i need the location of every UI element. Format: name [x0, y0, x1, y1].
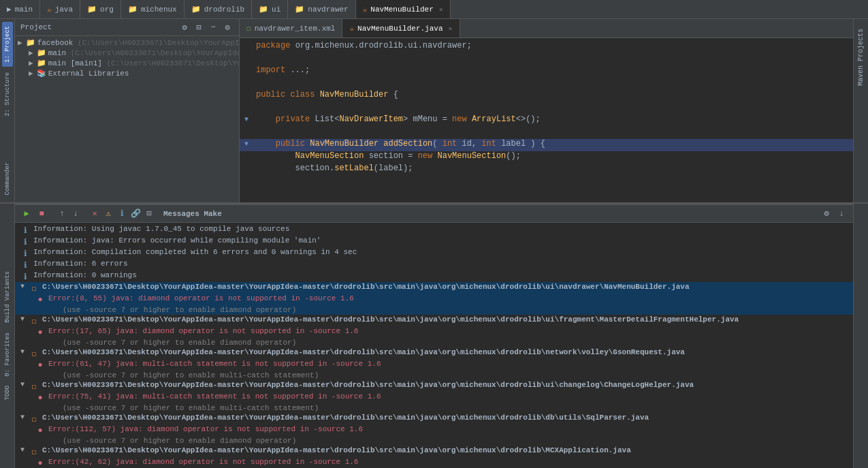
expand-file-icon-changelog[interactable]: ▼	[20, 381, 25, 388]
line-content-11: section.setLabel(label);	[253, 163, 413, 173]
run-icon: ▶	[7, 5, 12, 14]
msg-text-2: Information: java: Errors occurred while…	[33, 236, 848, 245]
tree-item-extlibs[interactable]: ▶ 📚 External Libraries	[15, 68, 239, 78]
msg-hint-gson-1[interactable]: (use -source 7 or higher to enable multi…	[15, 371, 853, 380]
msg-error-sql-1[interactable]: ● Error:(112, 57) java: diamond operator…	[15, 424, 853, 436]
tab-michenux[interactable]: 📁 michenux	[121, 0, 184, 18]
expand-file-icon[interactable]: ▼	[20, 283, 25, 290]
folder-icon4: 📁	[259, 5, 268, 14]
msg-error-mcx-text-1: Error:(42, 62) java: diamond operator is…	[48, 458, 848, 466]
close-editor-tab-icon[interactable]: ✕	[449, 25, 453, 33]
msg-file-changelog[interactable]: ▼ ◻ C:\Users\H00233671\Desktop\YourAppId…	[15, 380, 853, 392]
msg-hint-changelog-1[interactable]: (use -source 7 or higher to enable multi…	[15, 403, 853, 413]
gutter-9: ▼	[240, 140, 253, 148]
project-tree: ▶ 📁 facebook (C:\Users\H00233671\Desktop…	[15, 36, 239, 202]
line-content-9: public NavMenuBuilder addSection( int id…	[253, 139, 545, 149]
vtab-project[interactable]: 1: Project	[2, 22, 13, 67]
vtab-build-variants[interactable]: Build Variants	[2, 267, 13, 327]
settings-panel-btn[interactable]: ⚙	[820, 208, 833, 220]
filter5-btn[interactable]: ⊡	[143, 208, 155, 220]
file-icon-java-1: ◻	[29, 283, 39, 293]
code-line-7: ▼ private List<NavDrawerItem> mMenu = ne…	[240, 114, 853, 127]
line-content-3: import ...;	[253, 65, 310, 75]
bottom-left-vtabs: Build Variants 0: Favorites TODO	[0, 204, 15, 468]
messages-content[interactable]: ℹ Information: Using javac 1.7.0_45 to c…	[15, 223, 853, 468]
settings-btn[interactable]: ⊡	[193, 21, 205, 33]
gear-btn[interactable]: ⚙	[221, 21, 234, 33]
filter4-btn[interactable]: 🔗	[129, 208, 142, 220]
tab-main[interactable]: ▶ main	[0, 0, 40, 18]
msg-info-2[interactable]: ℹ Information: java: Errors occurred whi…	[15, 236, 853, 247]
tree-item-main1[interactable]: ▶ 📁 main [main1] (C:\Users\H00233671\Des…	[15, 58, 239, 68]
tree-item-main[interactable]: ▶ 📁 main (C:\Users\H00233671\Desktop\You…	[15, 48, 239, 58]
filter3-btn[interactable]: ℹ	[116, 208, 128, 220]
right-panel-bottom	[853, 204, 868, 468]
expand-icon[interactable]: ▶	[18, 38, 22, 47]
msg-file-navmenu[interactable]: ▼ ◻ C:\Users\H00233671\Desktop\YourAppId…	[15, 282, 853, 294]
tab-navmenubuilder[interactable]: ☕ NavMenuBuilder ✕	[356, 0, 451, 18]
folder-icon3: 📁	[191, 5, 201, 14]
msg-info-5[interactable]: ℹ Information: 0 warnings	[15, 270, 853, 282]
tab-drodrolib[interactable]: 📁 drodrolib	[184, 0, 252, 18]
msg-error-master-1[interactable]: ● Error:(17, 65) java: diamond operator …	[15, 326, 853, 338]
msg-file-master[interactable]: ▼ ◻ C:\Users\H00233671\Desktop\YourAppId…	[15, 315, 853, 326]
vtab-commander[interactable]: Commander	[2, 158, 13, 200]
msg-file-gson-text: C:\Users\H00233671\Desktop\YourAppIdea-m…	[42, 348, 848, 356]
msg-file-mcx[interactable]: ▼ ◻ C:\Users\H00233671\Desktop\YourAppId…	[15, 446, 853, 457]
maven-label[interactable]: Maven Projects	[857, 29, 865, 86]
msg-info-4[interactable]: ℹ Information: 6 errors	[15, 259, 853, 270]
scroll-down-btn[interactable]: ↓	[69, 208, 82, 220]
expand-file-icon-master[interactable]: ▼	[20, 315, 25, 323]
filter2-btn[interactable]: ⚠	[102, 208, 114, 220]
tab-java[interactable]: ☕ java	[40, 0, 80, 18]
expand-file-icon-gson[interactable]: ▼	[20, 348, 25, 356]
line-content-10: NavMenuSection section = new NavMenuSect…	[253, 151, 521, 161]
info-icon-4: ℹ	[20, 260, 30, 270]
scroll-up-btn[interactable]: ↑	[56, 208, 68, 220]
folder-icon-facebook: 📁	[26, 38, 35, 47]
expand-file-icon-mcx[interactable]: ▼	[20, 446, 25, 454]
expand-file-icon-sql[interactable]: ▼	[20, 414, 25, 421]
expand-icon-main[interactable]: ▶	[29, 48, 33, 57]
code-content[interactable]: package org.michenux.drodrolib.ui.navdra…	[240, 38, 853, 202]
editor-tab-bar: ◻ navdrawer_item.xml ☕ NavMenuBuilder.ja…	[240, 19, 853, 38]
msg-error-navmenu-1[interactable]: ● Error:(8, 55) java: diamond operator i…	[15, 294, 853, 305]
msg-error-mcx-1[interactable]: ● Error:(42, 62) java: diamond operator …	[15, 457, 853, 468]
sync-btn[interactable]: ⚙	[178, 21, 191, 33]
msg-file-sql[interactable]: ▼ ◻ C:\Users\H00233671\Desktop\YourAppId…	[15, 413, 853, 424]
info-icon-3: ℹ	[20, 249, 30, 258]
msg-hint-sql-1[interactable]: (use -source 7 or higher to enable diamo…	[15, 436, 853, 446]
msg-hint-navmenu-1[interactable]: (use -source 7 or higher to enable diamo…	[15, 305, 853, 315]
file-icon-java-2: ◻	[29, 316, 39, 326]
folder-icon-main1: 📁	[37, 59, 46, 67]
editor-tab-xml[interactable]: ◻ navdrawer_item.xml	[240, 19, 342, 37]
tree-label-main: main (C:\Users\H00233671\Desktop\YourApp…	[48, 49, 239, 57]
expand-icon-extlibs[interactable]: ▶	[29, 69, 33, 78]
close-tab-icon[interactable]: ✕	[439, 5, 443, 14]
run-btn[interactable]: ▶	[20, 208, 33, 220]
msg-info-3[interactable]: ℹ Information: Compilation completed wit…	[15, 247, 853, 259]
msg-error-gson-1[interactable]: ● Error:(61, 47) java: multi-catch state…	[15, 359, 853, 371]
java-file-icon2: ☕	[349, 24, 354, 33]
tab-ui[interactable]: 📁 ui	[252, 0, 288, 18]
msg-hint-master-1[interactable]: (use -source 7 or higher to enable diamo…	[15, 338, 853, 347]
msg-info-1[interactable]: ℹ Information: Using javac 1.7.0_45 to c…	[15, 224, 853, 236]
collapse-btn[interactable]: −	[207, 21, 219, 33]
tree-item-facebook[interactable]: ▶ 📁 facebook (C:\Users\H00233671\Desktop…	[15, 37, 239, 48]
msg-error-changelog-1[interactable]: ● Error:(75, 41) java: multi-catch state…	[15, 392, 853, 403]
stop-btn[interactable]: ■	[35, 208, 48, 220]
filter-btn[interactable]: ✕	[89, 208, 101, 220]
tab-org[interactable]: 📁 org	[80, 0, 121, 18]
minimize-panel-btn[interactable]: ↓	[835, 208, 848, 220]
error-icon-3: ●	[35, 360, 45, 370]
code-line-10: NavMenuSection section = new NavMenuSect…	[240, 151, 853, 163]
info-icon-5: ℹ	[20, 272, 30, 281]
vtab-favorites[interactable]: 0: Favorites	[2, 328, 13, 381]
expand-icon-main1[interactable]: ▶	[29, 59, 33, 67]
code-line-5: public class NavMenuBuilder {	[240, 90, 853, 102]
vtab-todo[interactable]: TODO	[2, 381, 13, 405]
editor-tab-java[interactable]: ☕ NavMenuBuilder.java ✕	[342, 19, 460, 37]
msg-file-gson[interactable]: ▼ ◻ C:\Users\H00233671\Desktop\YourAppId…	[15, 347, 853, 359]
vtab-structure[interactable]: 2: Structure	[2, 68, 13, 121]
tab-navdrawer[interactable]: 📁 navdrawer	[288, 0, 355, 18]
